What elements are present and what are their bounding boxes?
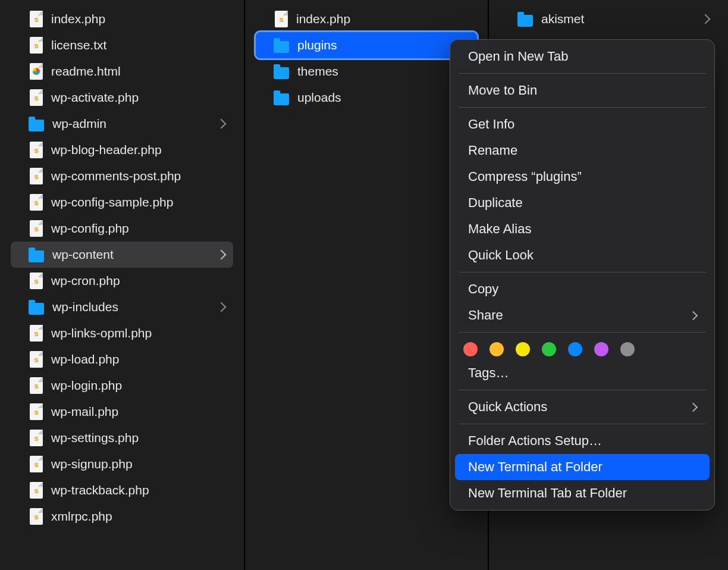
filename-label: readme.html (51, 64, 121, 79)
file-row-wp-config-php[interactable]: swp-config.php (11, 215, 233, 242)
filename-label: wp-links-opml.php (51, 326, 152, 340)
menu-item-copy[interactable]: Copy (455, 276, 710, 302)
filename-label: wp-admin (52, 117, 106, 131)
filename-label: akismet (541, 12, 584, 26)
file-row-index-php[interactable]: sindex.php (11, 6, 233, 32)
menu-item-duplicate[interactable]: Duplicate (455, 190, 710, 216)
chevron-right-icon (216, 250, 227, 260)
menu-item-label: Quick Look (468, 248, 534, 263)
tag-color-dot[interactable] (463, 342, 478, 356)
menu-item-label: Rename (468, 143, 517, 158)
file-row-wp-load-php[interactable]: swp-load.php (11, 346, 233, 372)
menu-item-share[interactable]: Share (455, 302, 710, 328)
menu-item-label: Get Info (468, 117, 514, 132)
tag-color-dot[interactable] (568, 342, 582, 356)
php-file-icon: s (30, 325, 43, 342)
folder-icon (274, 67, 289, 79)
php-file-icon: s (30, 273, 43, 289)
filename-label: index.php (296, 12, 350, 26)
chevron-right-icon (701, 14, 711, 24)
menu-item-label: Share (468, 308, 503, 323)
tag-color-dot[interactable] (516, 342, 530, 356)
menu-item-tags[interactable]: Tags… (455, 360, 710, 386)
html-file-icon (30, 63, 43, 80)
menu-item-quick-look[interactable]: Quick Look (455, 242, 710, 268)
php-file-icon: s (30, 142, 43, 158)
filename-label: wp-mail.php (51, 405, 118, 419)
tag-color-row (450, 336, 714, 360)
menu-item-rename[interactable]: Rename (455, 137, 710, 164)
php-file-icon: s (30, 403, 43, 420)
file-row-wp-links-opml-php[interactable]: swp-links-opml.php (11, 320, 233, 346)
php-file-icon: s (30, 220, 43, 237)
file-row-wp-trackback-php[interactable]: swp-trackback.php (11, 477, 233, 503)
menu-item-label: Compress “plugins” (468, 169, 582, 184)
file-row-wp-activate-php[interactable]: swp-activate.php (11, 84, 233, 111)
php-file-icon: s (30, 377, 43, 394)
folder-row-wp-includes[interactable]: wp-includes (11, 294, 233, 320)
file-row-wp-config-sample-php[interactable]: swp-config-sample.php (11, 189, 233, 215)
file-row-wp-cron-php[interactable]: swp-cron.php (11, 268, 233, 294)
tag-color-dot[interactable] (542, 342, 556, 356)
tag-color-dot[interactable] (489, 342, 504, 356)
menu-item-make-alias[interactable]: Make Alias (455, 216, 710, 242)
php-file-icon: s (30, 194, 43, 211)
folder-row-plugins[interactable]: plugins (256, 32, 477, 58)
filename-label: wp-config.php (51, 221, 129, 236)
tag-color-dot[interactable] (594, 342, 608, 356)
php-file-icon: s (30, 508, 43, 525)
menu-item-compress-plugins-[interactable]: Compress “plugins” (455, 164, 710, 190)
file-row-wp-mail-php[interactable]: swp-mail.php (11, 399, 233, 425)
menu-item-label: Open in New Tab (468, 49, 568, 64)
context-menu: Open in New TabMove to BinGet InfoRename… (450, 39, 715, 511)
filename-label: uploads (297, 90, 341, 105)
chevron-right-icon (689, 402, 698, 412)
filename-label: license.txt (51, 38, 106, 52)
menu-item-label: New Terminal at Folder (468, 459, 603, 475)
folder-row-uploads[interactable]: uploads (256, 84, 477, 111)
menu-item-new-terminal-at-folder[interactable]: New Terminal at Folder (455, 454, 710, 480)
file-row-license-txt[interactable]: slicense.txt (11, 32, 233, 58)
filename-label: wp-login.php (51, 378, 122, 393)
column-1: sindex.phpslicense.txtreadme.htmlswp-act… (0, 0, 245, 570)
file-row-xmlrpc-php[interactable]: sxmlrpc.php (11, 503, 233, 530)
menu-item-get-info[interactable]: Get Info (455, 111, 710, 137)
folder-row-wp-admin[interactable]: wp-admin (11, 111, 233, 137)
menu-item-label: Folder Actions Setup… (468, 433, 602, 449)
filename-label: wp-trackback.php (51, 483, 149, 497)
filename-label: wp-comments-post.php (51, 169, 181, 183)
folder-row-akismet[interactable]: akismet (500, 6, 717, 32)
menu-item-label: Copy (468, 281, 498, 297)
php-file-icon: s (30, 168, 43, 184)
folder-icon (517, 15, 533, 27)
filename-label: plugins (297, 38, 337, 52)
chevron-right-icon (216, 119, 227, 129)
file-row-readme-html[interactable]: readme.html (11, 58, 233, 84)
filename-label: wp-load.php (51, 352, 119, 367)
file-row-wp-login-php[interactable]: swp-login.php (11, 372, 233, 399)
file-row-wp-signup-php[interactable]: swp-signup.php (11, 451, 233, 477)
php-file-icon: s (30, 430, 43, 446)
text-file-icon: s (30, 37, 43, 54)
menu-item-quick-actions[interactable]: Quick Actions (455, 394, 710, 420)
folder-row-wp-content[interactable]: wp-content (11, 242, 233, 268)
file-row-index-php[interactable]: sindex.php (256, 6, 477, 32)
php-file-icon: s (30, 89, 43, 106)
chevron-right-icon (216, 302, 227, 312)
folder-row-themes[interactable]: themes (256, 58, 477, 84)
file-row-wp-blog-header-php[interactable]: swp-blog-header.php (11, 137, 233, 163)
menu-item-label: Duplicate (468, 195, 523, 211)
menu-item-label: Quick Actions (468, 399, 547, 415)
menu-item-move-to-bin[interactable]: Move to Bin (455, 77, 710, 104)
file-row-wp-comments-post-php[interactable]: swp-comments-post.php (11, 163, 233, 189)
filename-label: xmlrpc.php (51, 509, 112, 524)
file-row-wp-settings-php[interactable]: swp-settings.php (11, 425, 233, 451)
menu-item-open-in-new-tab[interactable]: Open in New Tab (455, 43, 710, 70)
tag-color-dot[interactable] (620, 342, 635, 356)
menu-item-new-terminal-tab-at-folder[interactable]: New Terminal Tab at Folder (455, 480, 710, 506)
filename-label: themes (297, 64, 338, 79)
menu-item-label: New Terminal Tab at Folder (468, 486, 627, 501)
filename-label: wp-blog-header.php (51, 143, 162, 157)
menu-item-folder-actions-setup-[interactable]: Folder Actions Setup… (455, 428, 710, 454)
php-file-icon: s (30, 456, 43, 472)
